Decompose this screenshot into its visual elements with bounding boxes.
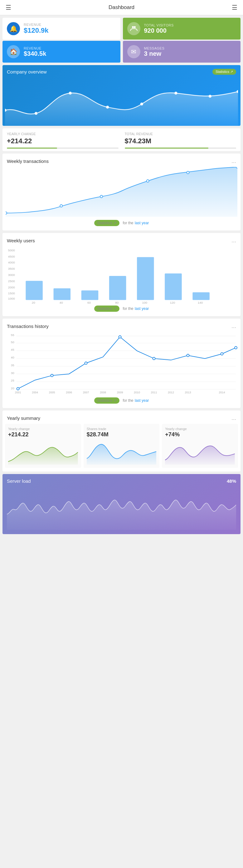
svg-rect-27 bbox=[81, 290, 98, 300]
ys-metric-1: Shares trade $28.74M bbox=[84, 424, 160, 468]
weekly-transactions-chart bbox=[2, 167, 241, 217]
header-title: Dashboard bbox=[109, 4, 134, 10]
ys-chart-1 bbox=[87, 440, 157, 465]
server-load-header: Server load 48% bbox=[7, 478, 236, 484]
svg-point-60 bbox=[187, 354, 189, 356]
svg-text:2013: 2013 bbox=[185, 391, 191, 394]
stat-label-revenue2: Revenue bbox=[24, 46, 116, 50]
svg-text:20: 20 bbox=[32, 301, 35, 304]
wu-last-year: last year bbox=[135, 307, 149, 311]
svg-point-55 bbox=[17, 388, 19, 390]
svg-text:2010: 2010 bbox=[134, 391, 140, 394]
yearly-summary-metrics: Yearly change +214.22 Shares trade bbox=[2, 424, 241, 471]
svg-point-2 bbox=[5, 109, 6, 112]
yearly-change-label: Yearly change bbox=[7, 132, 118, 136]
svg-text:50: 50 bbox=[11, 340, 15, 344]
ys-metric-0: Yearly change +214.22 bbox=[5, 424, 81, 468]
yearly-change-metric: Yearly change +214.22 bbox=[7, 132, 118, 149]
yearly-summary-menu[interactable]: ... bbox=[232, 415, 236, 422]
th-stats-badge[interactable]: Statistics ↗ bbox=[94, 397, 119, 404]
total-revenue-value: $74.23M bbox=[125, 137, 237, 145]
visitors-icon bbox=[127, 22, 140, 35]
svg-point-62 bbox=[235, 347, 237, 349]
yearly-summary-card: Yearly summary ... Yearly change +214.22 bbox=[2, 410, 241, 471]
svg-text:3500: 3500 bbox=[8, 267, 15, 270]
stat-card-messages: ✉ Messages 3 new bbox=[123, 41, 241, 63]
stat-card-revenue1: 🔔 Revenue $120.9k bbox=[2, 18, 120, 39]
ys-metric-1-value: $28.74M bbox=[87, 431, 157, 438]
weekly-users-menu[interactable]: ... bbox=[232, 237, 236, 244]
svg-text:2012: 2012 bbox=[168, 391, 174, 394]
svg-text:2011: 2011 bbox=[151, 391, 157, 394]
stat-value-revenue2: $340.5k bbox=[24, 50, 116, 57]
svg-point-58 bbox=[119, 336, 122, 338]
svg-point-57 bbox=[85, 362, 87, 364]
svg-text:30: 30 bbox=[11, 371, 15, 375]
transactions-history-menu[interactable]: ... bbox=[232, 323, 236, 330]
svg-point-8 bbox=[209, 95, 211, 97]
svg-rect-30 bbox=[165, 274, 182, 300]
svg-text:80: 80 bbox=[115, 301, 119, 304]
overview-chart bbox=[2, 76, 241, 126]
svg-text:1000: 1000 bbox=[8, 297, 15, 300]
weekly-transactions-footer: Statistics ↗ for the last year bbox=[2, 217, 241, 230]
ys-chart-0 bbox=[8, 440, 78, 465]
ys-metric-0-value: +214.22 bbox=[8, 431, 78, 438]
weekly-transactions-menu[interactable]: ... bbox=[232, 158, 236, 164]
weekly-users-chart: 5000 4500 4000 3500 3000 2500 2000 1500 … bbox=[2, 246, 241, 302]
stat-info-revenue1: Revenue $120.9k bbox=[24, 23, 116, 35]
ys-metric-0-label: Yearly change bbox=[8, 427, 78, 431]
total-revenue-bar bbox=[125, 148, 237, 149]
yearly-summary-header: Yearly summary ... bbox=[2, 410, 241, 424]
bell-icon: 🔔 bbox=[7, 22, 20, 35]
menu-icon[interactable]: ☰ bbox=[6, 4, 11, 11]
overview-stats-badge[interactable]: Statistics ↗ bbox=[212, 69, 236, 75]
mail-icon: ✉ bbox=[127, 45, 140, 58]
transactions-history-chart: 55 50 45 40 35 30 25 20 bbox=[2, 332, 241, 394]
svg-point-3 bbox=[35, 112, 37, 115]
svg-text:60: 60 bbox=[87, 301, 91, 304]
more-menu-icon[interactable]: ☰ bbox=[232, 4, 237, 11]
svg-point-0 bbox=[132, 26, 134, 28]
svg-point-1 bbox=[134, 26, 136, 28]
ys-metric-2: Yearly change +74% bbox=[162, 424, 238, 468]
svg-text:2005: 2005 bbox=[49, 391, 55, 394]
total-revenue-bar-fill bbox=[125, 148, 208, 149]
svg-point-13 bbox=[146, 180, 149, 182]
stat-info-messages: Messages 3 new bbox=[144, 46, 237, 57]
wu-footer-text: for the bbox=[123, 307, 133, 311]
svg-text:2000: 2000 bbox=[8, 286, 15, 289]
company-metrics-row: Yearly change +214.22 Total revenue $74.… bbox=[2, 128, 241, 151]
svg-point-10 bbox=[6, 212, 7, 214]
svg-text:4500: 4500 bbox=[8, 255, 15, 258]
yearly-change-bar-fill bbox=[7, 148, 57, 149]
stat-card-revenue2: 🏠 Revenue $340.5k bbox=[2, 41, 120, 63]
transactions-history-title: Transactions history bbox=[7, 323, 49, 329]
weekly-users-title: Weekly users bbox=[7, 238, 35, 243]
company-metrics-card: Yearly change +214.22 Total revenue $74.… bbox=[2, 128, 241, 151]
svg-point-5 bbox=[106, 106, 109, 108]
svg-text:3000: 3000 bbox=[8, 273, 15, 277]
svg-text:2008: 2008 bbox=[100, 391, 106, 394]
stat-label-visitors: Total visitors bbox=[144, 23, 237, 27]
server-load-title: Server load bbox=[7, 478, 31, 484]
svg-point-59 bbox=[153, 357, 155, 360]
svg-point-15 bbox=[236, 167, 237, 168]
server-load-chart bbox=[7, 486, 236, 530]
ys-metric-2-label: Yearly change bbox=[165, 427, 235, 431]
svg-text:40: 40 bbox=[60, 301, 63, 304]
wt-last-year: last year bbox=[135, 221, 149, 225]
svg-text:100: 100 bbox=[142, 301, 147, 304]
stat-value-messages: 3 new bbox=[144, 50, 237, 57]
weekly-transactions-title: Weekly transactions bbox=[7, 158, 49, 164]
overview-title: Company overview bbox=[7, 69, 47, 74]
wt-footer-text: for the bbox=[123, 221, 133, 225]
transactions-history-footer: Statistics ↗ for the last year bbox=[2, 394, 241, 408]
svg-text:20: 20 bbox=[11, 386, 15, 390]
svg-rect-28 bbox=[109, 276, 126, 300]
svg-text:35: 35 bbox=[11, 364, 15, 367]
server-load-percent: 48% bbox=[227, 478, 236, 484]
wu-stats-badge[interactable]: Statistics ↗ bbox=[94, 306, 119, 312]
wt-stats-badge[interactable]: Statistics ↗ bbox=[94, 220, 119, 226]
svg-point-56 bbox=[51, 374, 53, 377]
